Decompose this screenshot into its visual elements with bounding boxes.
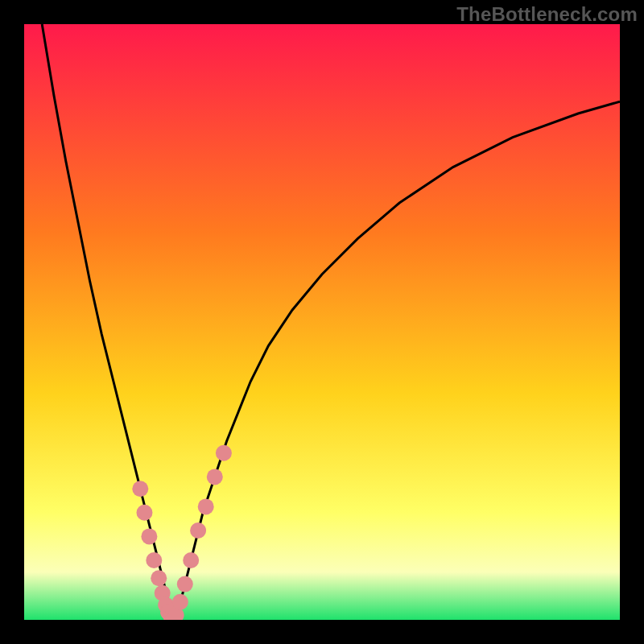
scatter-dot bbox=[216, 445, 232, 461]
scatter-dot bbox=[177, 576, 193, 592]
curve-right bbox=[173, 101, 620, 620]
scatter-dot bbox=[207, 469, 223, 485]
watermark-label: TheBottleneck.com bbox=[456, 3, 638, 26]
scatter-dot bbox=[172, 594, 188, 610]
scatter-dot bbox=[146, 552, 162, 568]
plot-area bbox=[24, 24, 620, 620]
curves-layer bbox=[24, 24, 620, 620]
scatter-dot bbox=[141, 528, 157, 544]
chart-frame: TheBottleneck.com bbox=[0, 0, 644, 644]
scatter-dot bbox=[151, 570, 167, 586]
curve-right-path bbox=[173, 101, 620, 620]
scatter-dot bbox=[136, 505, 152, 521]
scatter-dot bbox=[198, 498, 214, 514]
scatter-dot bbox=[183, 552, 199, 568]
scatter-dot bbox=[190, 522, 206, 539]
scatter-dot bbox=[132, 481, 148, 497]
